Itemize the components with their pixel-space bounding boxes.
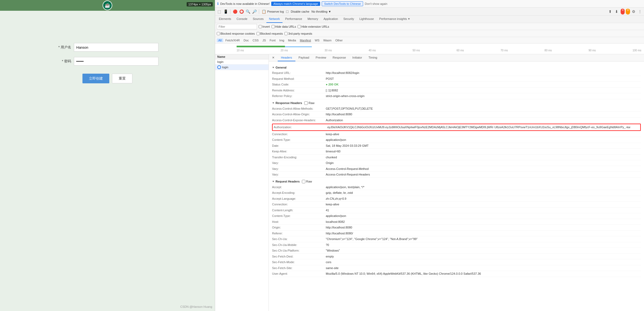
- response-raw-checkbox[interactable]: [304, 101, 308, 105]
- req-content-type-row: Content-Type: application/json: [272, 213, 641, 219]
- sec-fetch-dest-row: Sec-Fetch-Dest: empty: [272, 254, 641, 260]
- filter-input[interactable]: [217, 24, 257, 29]
- network-item-login-1[interactable]: login: [215, 59, 269, 65]
- keep-alive-label: Keep-Alive:: [272, 149, 326, 154]
- search-icon[interactable]: 🔎: [251, 9, 257, 15]
- detail-tab-headers[interactable]: Headers: [278, 54, 295, 61]
- filter-ws[interactable]: WS: [313, 38, 321, 42]
- export-icon[interactable]: ⬇: [614, 9, 620, 15]
- tab-elements[interactable]: Elements: [216, 15, 234, 23]
- detail-tab-response[interactable]: Response: [329, 54, 349, 61]
- name-column-header: Name: [217, 55, 266, 58]
- filter-fetch-xhr[interactable]: Fetch/XHR: [224, 38, 241, 42]
- blocked-cookies-checkbox[interactable]: [217, 32, 220, 35]
- password-input[interactable]: [74, 57, 158, 66]
- req-content-type-value: application/json: [326, 214, 346, 218]
- filter-manifest[interactable]: Manifest: [298, 38, 313, 42]
- filter-media[interactable]: Media: [286, 38, 298, 42]
- settings-icon[interactable]: ⚙: [631, 9, 636, 15]
- filter-doc[interactable]: Doc: [242, 38, 251, 42]
- detail-tab-preview[interactable]: Preview: [312, 54, 329, 61]
- cursor-icon[interactable]: ⬚: [216, 9, 222, 15]
- timeline-90ms: 90 ms: [588, 49, 596, 52]
- response-raw-checkbox-label: Raw: [304, 101, 314, 105]
- request-raw-checkbox-label: Raw: [302, 180, 312, 183]
- tab-network[interactable]: Network: [266, 15, 283, 23]
- detail-tab-initiator[interactable]: Initiator: [349, 54, 365, 61]
- preserve-log-icon[interactable]: 📋: [261, 9, 267, 15]
- user-agent-value: Mozilla/5.0 (Windows NT 10.0; Win64; x64…: [326, 271, 481, 276]
- third-party-checkbox[interactable]: [284, 32, 288, 35]
- stop-icon[interactable]: 🔴: [232, 9, 238, 15]
- detail-tab-payload[interactable]: Payload: [295, 54, 313, 61]
- hide-data-urls-label: Hide data URLs: [275, 25, 296, 28]
- timeline-100ms: 100 ms: [632, 49, 641, 52]
- filter-font[interactable]: Font: [268, 38, 277, 42]
- vary-headers-value: Access-Control-Request-Headers: [326, 172, 370, 177]
- accept-encoding-value: gzip, deflate, br, zstd: [326, 191, 353, 195]
- switch-devtools-button[interactable]: Switch DevTools to Chinese: [322, 1, 363, 6]
- sec-ch-ua-platform-row: Sec-Ch-Ua-Platform: "Windows": [272, 248, 641, 254]
- timeline-40ms: 40 ms: [368, 49, 376, 52]
- network-item-login-2[interactable]: login: [215, 65, 269, 70]
- devtools-toolbar: ⬚ 📱 🔴 ⭕ 🔍 🔎 📋 Preserve log □ Disable cac…: [215, 8, 644, 16]
- aceh-label: Access-Control-Expose-Headers:: [272, 118, 326, 123]
- sec-ch-ua-value: "Chromium";v="124", "Google Chrome";v="1…: [326, 237, 418, 241]
- content-length-row: Content-Length: 41: [272, 208, 641, 213]
- username-label: * 用户名: [56, 45, 71, 50]
- tab-security[interactable]: Security: [341, 15, 357, 23]
- clear-icon[interactable]: ⭕: [238, 9, 244, 15]
- tab-lighthouse[interactable]: Lighthouse: [357, 15, 377, 23]
- dont-show-button[interactable]: Don't show again: [365, 2, 387, 5]
- origin-row: Origin: http://localhost:8080: [272, 225, 641, 231]
- tab-memory[interactable]: Memory: [305, 15, 321, 23]
- tab-console[interactable]: Console: [234, 15, 250, 23]
- blocked-requests-checkbox[interactable]: [256, 32, 260, 35]
- request-raw-checkbox[interactable]: [302, 180, 305, 183]
- date-row: Date: Sat, 18 May 2024 03:33:29 GMT: [272, 143, 641, 149]
- tab-performance[interactable]: Performance: [283, 15, 305, 23]
- vary-headers-label: Vary:: [272, 172, 326, 177]
- sec-ch-ua-platform-value: "Windows": [326, 248, 340, 253]
- remote-address-value: [::1]:8082: [326, 88, 338, 93]
- blocked-cookies-label: Blocked response cookies: [220, 32, 255, 35]
- hide-ext-urls-checkbox[interactable]: [298, 25, 301, 28]
- device-icon[interactable]: 📱: [223, 9, 229, 15]
- filter-icon[interactable]: 🔍: [245, 9, 251, 15]
- detail-tab-timing[interactable]: Timing: [365, 54, 381, 61]
- tab-sources[interactable]: Sources: [250, 15, 266, 23]
- always-match-button[interactable]: Always match Chrome's language: [271, 2, 320, 6]
- disable-cache-icon[interactable]: □: [284, 9, 290, 15]
- filter-js[interactable]: JS: [261, 38, 267, 42]
- detail-close-btn[interactable]: ✕: [269, 54, 278, 61]
- filter-wasm[interactable]: Wasm: [322, 38, 333, 42]
- accept-encoding-label: Accept-Encoding:: [272, 191, 326, 195]
- invert-checkbox[interactable]: [259, 25, 262, 28]
- filter-all[interactable]: All: [217, 38, 223, 42]
- sec-fetch-dest-value: empty: [326, 254, 334, 259]
- origin-label: Origin:: [272, 225, 326, 230]
- sec-ch-ua-mobile-label: Sec-Ch-Ua-Mobile:: [272, 243, 326, 247]
- tab-performance-insights[interactable]: Performance insights ✦: [377, 15, 413, 23]
- reset-button[interactable]: 重置: [112, 74, 132, 83]
- connection-value: keep-alive: [326, 132, 339, 137]
- username-input[interactable]: [74, 43, 158, 52]
- import-icon[interactable]: ⬆: [607, 9, 613, 15]
- content-type-value: application/json: [326, 138, 346, 142]
- hide-data-urls-checkbox[interactable]: [272, 25, 275, 28]
- toolbar-separator-1: [230, 9, 230, 14]
- vary-origin-value: Origin: [326, 161, 334, 165]
- user-agent-label: User-Agent:: [272, 271, 326, 276]
- host-row: Host: localhost:8082: [272, 219, 641, 225]
- origin-value: http://localhost:8080: [326, 225, 352, 230]
- info-icon: ℹ: [217, 2, 219, 6]
- filter-img[interactable]: Img: [278, 38, 286, 42]
- filter-css[interactable]: CSS: [251, 38, 261, 42]
- submit-button[interactable]: 立即创建: [82, 74, 109, 83]
- tab-application[interactable]: Application: [321, 15, 341, 23]
- network-item-name-1: login: [217, 60, 223, 63]
- filter-other[interactable]: Other: [334, 38, 344, 42]
- vary-origin-row: Vary: Origin: [272, 160, 641, 166]
- blocked-requests-group: Blocked requests: [256, 32, 283, 35]
- more-icon[interactable]: ⋮: [637, 9, 643, 15]
